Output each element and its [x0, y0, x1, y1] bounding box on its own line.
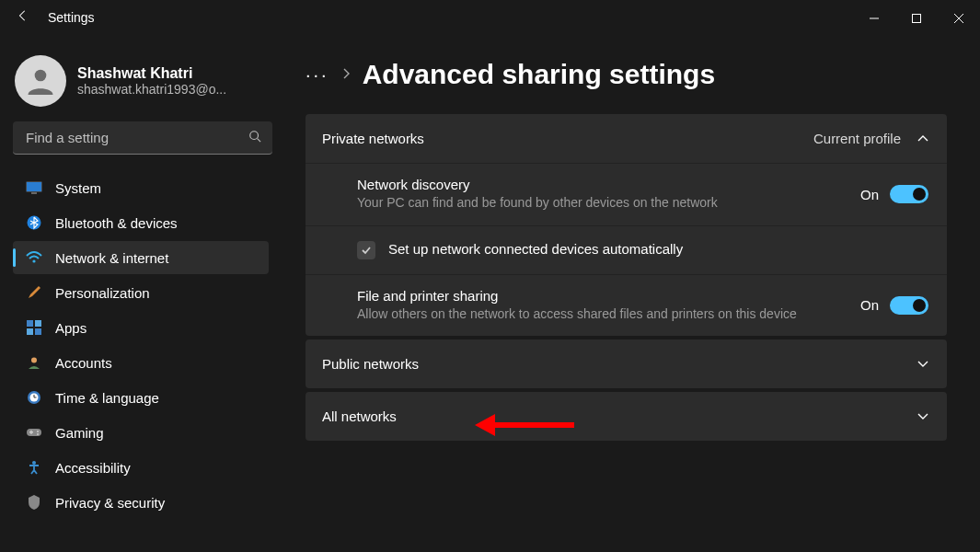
- chevron-down-icon: [917, 357, 928, 371]
- setting-title: Network discovery: [357, 177, 842, 192]
- main-content: ··· Advanced sharing settings Private ne…: [276, 37, 980, 552]
- toggle-state-label: On: [860, 297, 879, 313]
- sidebar-item-personalization[interactable]: Personalization: [13, 276, 269, 309]
- page-title: Advanced sharing settings: [363, 59, 715, 90]
- back-button[interactable]: [17, 9, 29, 25]
- svg-point-22: [37, 433, 39, 435]
- svg-rect-20: [27, 429, 41, 436]
- gaming-icon: [26, 424, 42, 441]
- sidebar-item-apps[interactable]: Apps: [13, 311, 269, 344]
- breadcrumb: ··· Advanced sharing settings: [306, 59, 947, 90]
- svg-rect-24: [30, 431, 32, 434]
- sidebar-item-system[interactable]: System: [13, 171, 269, 204]
- panel-header-all[interactable]: All networks: [306, 392, 947, 441]
- svg-rect-7: [27, 182, 42, 192]
- sidebar: Shashwat Khatri shashwat.khatri1993@o...…: [0, 37, 276, 552]
- search-icon: [248, 130, 261, 146]
- svg-point-25: [32, 461, 36, 465]
- search-input[interactable]: [13, 121, 272, 155]
- search-box: [13, 121, 272, 155]
- accounts-icon: [26, 354, 42, 371]
- svg-line-6: [258, 139, 261, 143]
- sidebar-item-label: Network & internet: [55, 250, 168, 266]
- apps-icon: [26, 319, 42, 336]
- sidebar-item-label: Accounts: [55, 355, 112, 371]
- bluetooth-icon: [26, 214, 42, 231]
- sidebar-item-label: Privacy & security: [55, 495, 165, 511]
- svg-rect-13: [27, 328, 33, 335]
- time-icon: [26, 389, 42, 406]
- checkbox-label: Set up network connected devices automat…: [388, 241, 683, 257]
- sidebar-item-privacy[interactable]: Privacy & security: [13, 486, 269, 519]
- panel-all-networks: All networks: [306, 392, 947, 441]
- svg-rect-11: [27, 320, 33, 327]
- breadcrumb-more[interactable]: ···: [306, 64, 329, 86]
- file-printer-toggle[interactable]: [890, 296, 928, 315]
- privacy-icon: [26, 494, 42, 511]
- panel-header-private[interactable]: Private networks Current profile: [306, 114, 947, 163]
- setting-file-printer-sharing: File and printer sharing Allow others on…: [306, 274, 947, 337]
- brush-icon: [26, 284, 42, 301]
- svg-rect-8: [31, 192, 37, 194]
- sidebar-item-label: Accessibility: [55, 460, 131, 476]
- toggle-state-label: On: [860, 187, 879, 202]
- setting-auto-setup: Set up network connected devices automat…: [306, 225, 947, 274]
- sidebar-item-time[interactable]: Time & language: [13, 381, 269, 414]
- panel-header-public[interactable]: Public networks: [306, 339, 947, 388]
- chevron-down-icon: [917, 409, 928, 423]
- system-icon: [26, 179, 42, 196]
- app-title: Settings: [48, 10, 95, 25]
- svg-point-10: [32, 259, 35, 262]
- svg-point-21: [37, 431, 39, 432]
- panel-private-networks: Private networks Current profile Network…: [306, 114, 947, 336]
- auto-setup-checkbox[interactable]: [357, 241, 375, 259]
- svg-rect-14: [35, 328, 41, 335]
- chevron-right-icon: [342, 67, 350, 82]
- sidebar-item-bluetooth[interactable]: Bluetooth & devices: [13, 206, 269, 239]
- sidebar-item-accessibility[interactable]: Accessibility: [13, 451, 269, 484]
- svg-rect-1: [913, 15, 921, 23]
- panel-title: All networks: [322, 408, 917, 424]
- svg-rect-12: [35, 320, 41, 327]
- panel-title: Public networks: [322, 356, 917, 372]
- sidebar-item-network[interactable]: Network & internet: [13, 241, 269, 274]
- setting-title: File and printer sharing: [357, 288, 842, 304]
- profile[interactable]: Shashwat Khatri shashwat.khatri1993@o...: [13, 50, 269, 121]
- svg-point-5: [250, 132, 259, 140]
- wifi-icon: [26, 249, 42, 266]
- title-bar: Settings: [0, 0, 980, 37]
- sidebar-item-gaming[interactable]: Gaming: [13, 416, 269, 449]
- svg-point-15: [31, 358, 37, 363]
- sidebar-item-label: Bluetooth & devices: [55, 215, 178, 231]
- sidebar-item-label: Personalization: [55, 285, 150, 301]
- chevron-up-icon: [917, 132, 928, 145]
- sidebar-item-accounts[interactable]: Accounts: [13, 346, 269, 379]
- sidebar-item-label: Apps: [55, 320, 86, 336]
- panel-public-networks: Public networks: [306, 339, 947, 388]
- network-discovery-toggle[interactable]: [890, 185, 928, 203]
- profile-name: Shashwat Khatri: [77, 65, 226, 82]
- panel-meta: Current profile: [813, 131, 901, 146]
- nav-list: System Bluetooth & devices Network & int…: [13, 171, 269, 519]
- profile-email: shashwat.khatri1993@o...: [77, 82, 226, 97]
- svg-point-4: [35, 70, 47, 82]
- panel-title: Private networks: [322, 131, 813, 146]
- avatar: [15, 55, 66, 107]
- sidebar-item-label: Gaming: [55, 425, 104, 441]
- accessibility-icon: [26, 459, 42, 476]
- setting-network-discovery: Network discovery Your PC can find and b…: [306, 163, 947, 225]
- setting-desc: Allow others on the network to access sh…: [357, 305, 842, 324]
- maximize-button[interactable]: [895, 4, 938, 33]
- sidebar-item-label: System: [55, 180, 101, 196]
- setting-desc: Your PC can find and be found by other d…: [357, 194, 842, 213]
- close-button[interactable]: [938, 4, 980, 33]
- sidebar-item-label: Time & language: [55, 390, 159, 406]
- minimize-button[interactable]: [853, 4, 895, 33]
